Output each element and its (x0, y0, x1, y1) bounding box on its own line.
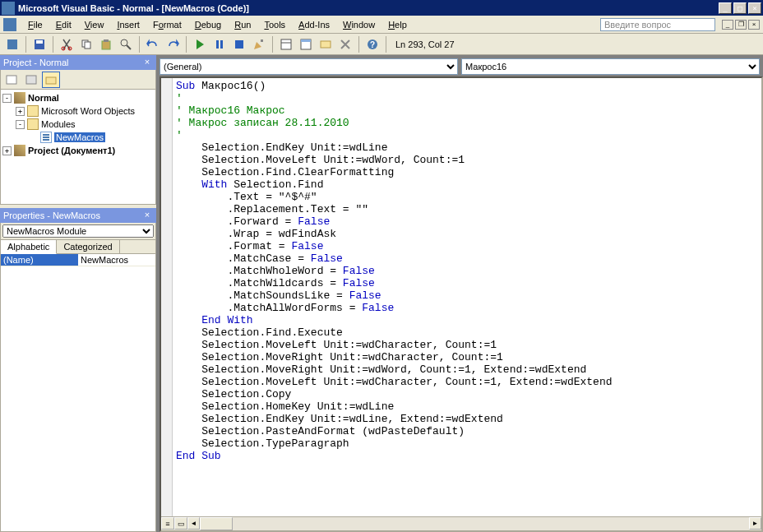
tree-node-normal[interactable]: -Normal (2, 91, 154, 104)
svg-rect-16 (261, 39, 263, 42)
horizontal-scrollbar[interactable]: ◄ ► (187, 517, 761, 530)
tree-node-project-doc1[interactable]: +Project (Документ1) (2, 144, 154, 157)
copy-button[interactable] (77, 35, 95, 53)
svg-rect-26 (46, 77, 56, 84)
tab-categorized[interactable]: Categorized (57, 240, 119, 253)
menu-debug[interactable]: Debug (188, 18, 228, 31)
redo-button[interactable] (164, 35, 182, 53)
folder-open-icon (27, 118, 39, 130)
properties-panel-close-icon[interactable]: × (141, 210, 153, 221)
reset-button[interactable] (230, 35, 248, 53)
property-value[interactable]: NewMacros (78, 254, 155, 266)
svg-rect-7 (102, 41, 110, 49)
scroll-right-button[interactable]: ► (749, 517, 761, 530)
paste-button[interactable] (97, 35, 115, 53)
menu-bar: File Edit View Insert Format Debug Run T… (0, 16, 763, 34)
view-code-button[interactable] (2, 72, 21, 88)
code-margin (161, 78, 173, 516)
expand-toggle-icon[interactable]: - (2, 94, 12, 103)
project-icon (14, 92, 25, 104)
project-icon (14, 145, 25, 156)
project-panel-toolbar (0, 70, 156, 90)
help-button[interactable]: ? (363, 35, 382, 53)
cursor-position-label: Ln 293, Col 27 (395, 39, 455, 49)
project-tree[interactable]: -Normal +Microsoft Word Objects -Modules… (0, 90, 156, 205)
save-button[interactable] (30, 35, 49, 53)
scroll-left-button[interactable]: ◄ (187, 517, 200, 530)
tree-node-newmacros[interactable]: NewMacros (2, 131, 154, 144)
svg-text:?: ? (370, 40, 375, 49)
menu-help[interactable]: Help (382, 18, 414, 31)
property-name: (Name) (1, 254, 78, 266)
code-editor[interactable]: Sub Макрос16() ' ' Макрос16 Макрос ' Мак… (160, 76, 763, 532)
menu-run[interactable]: Run (228, 18, 257, 31)
tab-alphabetic[interactable]: Alphabetic (1, 240, 57, 254)
properties-panel-title: Properties - NewMacros × (0, 208, 156, 223)
object-combo[interactable]: (General) (160, 58, 458, 75)
menu-file[interactable]: File (21, 18, 49, 31)
property-row[interactable]: (Name) NewMacros (1, 254, 155, 266)
svg-rect-8 (104, 39, 109, 42)
view-word-button[interactable] (3, 35, 21, 53)
menu-insert[interactable]: Insert (110, 18, 146, 31)
cut-button[interactable] (58, 35, 76, 53)
menu-window[interactable]: Window (336, 18, 382, 31)
toggle-folders-button[interactable] (42, 72, 60, 88)
close-button[interactable]: × (748, 2, 761, 14)
svg-point-9 (121, 39, 127, 46)
project-panel-title: Project - Normal × (0, 55, 156, 70)
svg-rect-20 (301, 39, 311, 42)
scroll-thumb[interactable] (200, 517, 233, 530)
svg-rect-0 (7, 39, 17, 49)
menu-edit[interactable]: Edit (49, 18, 78, 31)
svg-rect-12 (216, 40, 219, 49)
expand-toggle-icon[interactable]: - (16, 120, 25, 129)
window-title: Microsoft Visual Basic - Normal - [NewMa… (18, 3, 719, 13)
svg-rect-21 (321, 41, 331, 48)
module-icon (40, 132, 52, 143)
properties-object-select[interactable]: NewMacros Module (2, 224, 154, 238)
project-explorer-button[interactable] (277, 35, 295, 53)
mdi-minimize-button[interactable]: _ (722, 20, 733, 30)
svg-rect-14 (235, 40, 243, 49)
mdi-restore-button[interactable]: ❐ (735, 20, 747, 30)
ask-a-question-box[interactable]: Введите вопрос (600, 18, 715, 31)
menu-addins[interactable]: Add-Ins (292, 18, 336, 31)
folder-icon (27, 105, 39, 117)
tree-node-modules[interactable]: -Modules (2, 118, 154, 131)
find-button[interactable] (117, 35, 135, 53)
svg-rect-13 (220, 40, 223, 49)
expand-toggle-icon[interactable]: + (16, 107, 25, 116)
undo-button[interactable] (144, 35, 162, 53)
design-mode-button[interactable] (250, 35, 268, 53)
break-button[interactable] (210, 35, 229, 53)
object-browser-button[interactable] (317, 35, 335, 53)
properties-window-button[interactable] (297, 35, 315, 53)
mdi-close-button[interactable]: × (748, 20, 760, 30)
maximize-button[interactable]: □ (733, 2, 747, 14)
view-object-button[interactable] (22, 72, 40, 88)
tree-node-word-objects[interactable]: +Microsoft Word Objects (2, 104, 154, 118)
procedure-view-button[interactable]: ≡ (161, 517, 174, 530)
svg-rect-24 (7, 76, 16, 84)
procedure-combo[interactable]: Макрос16 (461, 58, 760, 75)
expand-toggle-icon[interactable]: + (2, 146, 12, 155)
window-titlebar: Microsoft Visual Basic - Normal - [NewMa… (0, 0, 763, 16)
menu-tools[interactable]: Tools (257, 18, 292, 31)
svg-rect-17 (281, 39, 291, 49)
svg-line-10 (127, 45, 131, 49)
properties-grid[interactable]: (Name) NewMacros (0, 254, 156, 532)
svg-rect-6 (85, 42, 90, 49)
menu-view[interactable]: View (78, 18, 111, 31)
run-button[interactable] (191, 35, 209, 53)
project-panel-close-icon[interactable]: × (141, 57, 153, 68)
toolbox-button[interactable] (336, 35, 354, 53)
standard-toolbar: ? Ln 293, Col 27 (0, 34, 763, 55)
svg-rect-2 (36, 40, 43, 44)
full-module-view-button[interactable]: ▭ (174, 517, 187, 530)
svg-marker-11 (197, 39, 204, 49)
word-app-icon (3, 18, 16, 31)
minimize-button[interactable]: _ (719, 2, 732, 14)
menu-format[interactable]: Format (146, 18, 188, 31)
svg-rect-25 (26, 76, 36, 84)
